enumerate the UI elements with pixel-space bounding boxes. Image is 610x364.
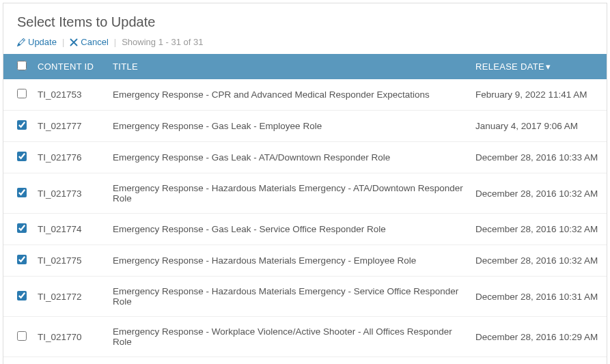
cell-release-date: December 28, 2016 10:32 AM xyxy=(470,214,607,245)
cell-title: Emergency Response - CPR and Advanced Me… xyxy=(107,79,470,111)
cell-checkbox xyxy=(3,142,32,173)
cell-content-id: TI_021772 xyxy=(32,277,107,317)
cell-content-id: TI_021777 xyxy=(32,111,107,142)
table-row: TI_021769Emergency Response - Fire - Ser… xyxy=(3,357,607,365)
cell-content-id: TI_021773 xyxy=(32,173,107,214)
close-icon xyxy=(70,38,78,46)
column-header-release-date[interactable]: RELEASE DATE▾ xyxy=(470,54,607,79)
cell-release-date: January 4, 2017 9:06 AM xyxy=(470,111,607,142)
table-row: TI_021753Emergency Response - CPR and Ad… xyxy=(3,79,607,111)
cell-release-date: December 28, 2016 10:28 AM xyxy=(470,357,607,365)
cell-title: Emergency Response - Hazardous Materials… xyxy=(107,173,470,214)
column-header-checkbox xyxy=(3,54,32,79)
row-checkbox[interactable] xyxy=(17,188,27,197)
row-checkbox[interactable] xyxy=(17,223,27,233)
cell-checkbox xyxy=(3,277,32,317)
table-row: TI_021772Emergency Response - Hazardous … xyxy=(3,277,607,317)
cell-content-id: TI_021774 xyxy=(32,214,107,245)
sort-desc-icon: ▾ xyxy=(546,61,551,72)
cell-checkbox xyxy=(3,357,32,365)
table-header-row: CONTENT ID TITLE RELEASE DATE▾ xyxy=(3,54,607,79)
cell-title: Emergency Response - Workplace Violence/… xyxy=(107,317,470,357)
update-label: Update xyxy=(28,37,57,47)
cell-release-date: December 28, 2016 10:31 AM xyxy=(470,277,607,317)
table-row: TI_021773Emergency Response - Hazardous … xyxy=(3,173,607,214)
table-row: TI_021777Emergency Response - Gas Leak -… xyxy=(3,111,607,142)
panel: Select Items to Update Update | Cancel |… xyxy=(3,3,607,364)
cell-release-date: December 28, 2016 10:32 AM xyxy=(470,245,607,277)
cell-title: Emergency Response - Fire - Service Offi… xyxy=(107,357,470,365)
page-title: Select Items to Update xyxy=(17,14,593,30)
cell-checkbox xyxy=(3,214,32,245)
pencil-icon xyxy=(17,38,25,46)
row-checkbox[interactable] xyxy=(17,120,27,130)
cell-title: Emergency Response - Gas Leak - ATA/Down… xyxy=(107,142,470,173)
table-body: TI_021753Emergency Response - CPR and Ad… xyxy=(3,79,607,364)
cell-title: Emergency Response - Gas Leak - Service … xyxy=(107,214,470,245)
row-checkbox[interactable] xyxy=(17,255,27,264)
table-row: TI_021770Emergency Response - Workplace … xyxy=(3,317,607,357)
cell-checkbox xyxy=(3,245,32,277)
table-row: TI_021776Emergency Response - Gas Leak -… xyxy=(3,142,607,173)
items-table: CONTENT ID TITLE RELEASE DATE▾ TI_021753… xyxy=(3,54,607,364)
cell-content-id: TI_021753 xyxy=(32,79,107,111)
table-row: TI_021775Emergency Response - Hazardous … xyxy=(3,245,607,277)
cell-release-date: December 28, 2016 10:32 AM xyxy=(470,173,607,214)
cancel-label: Cancel xyxy=(81,37,108,47)
divider: | xyxy=(62,37,64,47)
cell-title: Emergency Response - Gas Leak - Employee… xyxy=(107,111,470,142)
cell-checkbox xyxy=(3,317,32,357)
column-header-title[interactable]: TITLE xyxy=(107,54,470,79)
cell-content-id: TI_021770 xyxy=(32,317,107,357)
cell-title: Emergency Response - Hazardous Materials… xyxy=(107,277,470,317)
select-all-checkbox[interactable] xyxy=(17,61,27,70)
cell-release-date: December 28, 2016 10:29 AM xyxy=(470,317,607,357)
row-checkbox[interactable] xyxy=(17,291,27,300)
cancel-button[interactable]: Cancel xyxy=(70,37,108,47)
row-checkbox[interactable] xyxy=(17,152,27,161)
action-bar: Update | Cancel | Showing 1 - 31 of 31 xyxy=(17,37,593,47)
cell-release-date: February 9, 2022 11:41 AM xyxy=(470,79,607,111)
row-checkbox[interactable] xyxy=(17,331,27,341)
cell-checkbox xyxy=(3,79,32,111)
table-row: TI_021774Emergency Response - Gas Leak -… xyxy=(3,214,607,245)
cell-content-id: TI_021776 xyxy=(32,142,107,173)
cell-title: Emergency Response - Hazardous Materials… xyxy=(107,245,470,277)
cell-content-id: TI_021769 xyxy=(32,357,107,365)
cell-content-id: TI_021775 xyxy=(32,245,107,277)
update-button[interactable]: Update xyxy=(17,37,57,47)
release-date-label: RELEASE DATE xyxy=(475,61,544,72)
row-checkbox[interactable] xyxy=(17,89,27,98)
cell-checkbox xyxy=(3,111,32,142)
cell-checkbox xyxy=(3,173,32,214)
cell-release-date: December 28, 2016 10:33 AM xyxy=(470,142,607,173)
column-header-content-id[interactable]: CONTENT ID xyxy=(32,54,107,79)
divider: | xyxy=(114,37,116,47)
panel-header: Select Items to Update Update | Cancel |… xyxy=(3,3,607,54)
showing-text: Showing 1 - 31 of 31 xyxy=(122,37,203,47)
